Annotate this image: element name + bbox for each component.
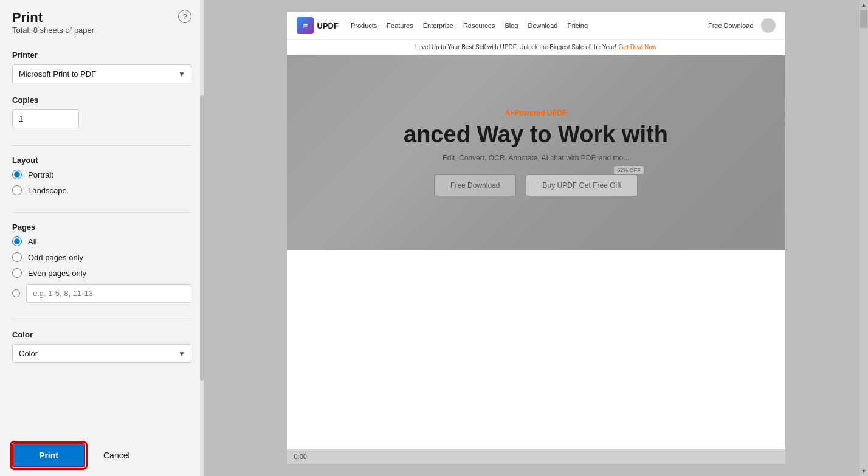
logo-icon: ≋ [297, 17, 314, 34]
pages-custom-radio[interactable] [12, 289, 20, 297]
divider-2 [12, 212, 191, 213]
hero-badge-prefix: AI-Powered [505, 109, 546, 117]
hero-section: AI-Powered UPDF anced Way to Work with E… [287, 55, 785, 250]
hero-free-download-btn[interactable]: Free Download [434, 174, 516, 196]
pages-custom-input[interactable] [26, 284, 191, 303]
hero-badge-highlight: UPDF [547, 109, 567, 117]
nav-bar: ≋ UPDF Products Features Enterprise Reso… [287, 12, 785, 40]
layout-label: Layout [12, 156, 191, 165]
pages-odd-item[interactable]: Odd pages only [12, 252, 191, 262]
nav-enterprise: Enterprise [423, 22, 453, 29]
panel-header: Print Total: 8 sheets of paper ? [12, 10, 191, 44]
hero-content: AI-Powered UPDF anced Way to Work with E… [379, 109, 692, 196]
page-footer-bar: 0:00 [287, 449, 785, 464]
pages-even-item[interactable]: Even pages only [12, 268, 191, 278]
layout-radio-group: Portrait Landscape [12, 170, 191, 195]
panel-subtitle: Total: 8 sheets of paper [12, 26, 94, 35]
scroll-down-arrow[interactable]: ▼ [859, 466, 868, 476]
hero-buy-btn[interactable]: Buy UPDF Get Free Gift [526, 174, 637, 196]
nav-logo: ≋ UPDF [297, 17, 339, 34]
page-lower-area [287, 250, 785, 464]
panel-footer: Print Cancel [0, 435, 204, 476]
printer-select[interactable]: Microsoft Print to PDFAdobe PDFXPS Docum… [12, 64, 191, 83]
layout-portrait-radio[interactable] [12, 170, 22, 179]
print-button[interactable]: Print [12, 443, 85, 467]
pages-even-radio[interactable] [12, 268, 22, 278]
copies-section: Copies [12, 93, 191, 128]
pages-all-item[interactable]: All [12, 236, 191, 246]
help-button[interactable]: ? [178, 10, 191, 23]
pages-all-label: All [28, 237, 36, 246]
scroll-track [859, 10, 868, 466]
copies-input[interactable] [12, 109, 79, 128]
hero-buttons: Free Download 62% OFF Buy UPDF Get Free … [404, 174, 668, 196]
cancel-button[interactable]: Cancel [91, 443, 142, 467]
footer-time: 0:00 [294, 453, 307, 460]
promo-text: Level Up to Your Best Self with UPDF. Un… [415, 44, 616, 50]
divider-1 [12, 145, 191, 146]
pages-odd-label: Odd pages only [28, 253, 83, 262]
nav-features: Features [387, 22, 413, 29]
pages-all-radio[interactable] [12, 236, 22, 246]
logo-text: UPDF [317, 21, 339, 30]
layout-portrait-label: Portrait [28, 170, 53, 179]
nav-pricing: Pricing [567, 22, 588, 29]
printer-select-wrapper: Microsoft Print to PDFAdobe PDFXPS Docum… [12, 64, 191, 83]
layout-landscape-item[interactable]: Landscape [12, 185, 191, 195]
color-select-wrapper: ColorBlack and white ▼ [12, 344, 191, 363]
layout-landscape-label: Landscape [28, 186, 67, 195]
panel-title: Print [12, 10, 94, 26]
promo-bar: Level Up to Your Best Self with UPDF. Un… [287, 40, 785, 55]
layout-portrait-item[interactable]: Portrait [12, 170, 191, 179]
divider-3 [12, 320, 191, 320]
pages-odd-radio[interactable] [12, 252, 22, 262]
color-label: Color [12, 330, 191, 339]
right-scrollbar[interactable]: ▲ ▼ [859, 0, 868, 476]
layout-section: Layout Portrait Landscape [12, 153, 191, 195]
hero-buy-wrapper: 62% OFF Buy UPDF Get Free Gift [526, 174, 637, 196]
copies-label: Copies [12, 95, 191, 105]
hero-subtitle: Edit, Convert, OCR, Annotate, AI chat wi… [404, 154, 668, 162]
logo-icon-text: ≋ [303, 22, 308, 29]
page-preview: ≋ UPDF Products Features Enterprise Reso… [287, 12, 785, 464]
content-area: ≋ UPDF Products Features Enterprise Reso… [204, 0, 868, 476]
pages-section: Pages All Odd pages only Even pages only [12, 220, 191, 303]
pages-label: Pages [12, 222, 191, 232]
promo-link: Get Deal Now [619, 44, 656, 50]
nav-free-download-label: Free Download [708, 22, 754, 29]
layout-landscape-radio[interactable] [12, 185, 22, 195]
nav-products: Products [351, 22, 377, 29]
scroll-up-arrow[interactable]: ▲ [859, 0, 868, 10]
print-panel: Print Total: 8 sheets of paper ? Printer… [0, 0, 204, 476]
hero-badge: AI-Powered UPDF [404, 109, 668, 117]
color-select[interactable]: ColorBlack and white [12, 344, 191, 363]
nav-right: Free Download [708, 18, 776, 33]
color-section: Color ColorBlack and white ▼ [12, 328, 191, 373]
pages-even-label: Even pages only [28, 269, 86, 278]
nav-blog: Blog [505, 22, 518, 29]
discount-badge: 62% OFF [614, 166, 644, 174]
hero-title: anced Way to Work with [404, 122, 668, 148]
pages-radio-group: All Odd pages only Even pages only [12, 236, 191, 303]
nav-resources: Resources [463, 22, 495, 29]
nav-avatar [761, 18, 776, 33]
pages-custom-row [12, 284, 191, 303]
scroll-thumb[interactable] [860, 10, 867, 28]
nav-items: Products Features Enterprise Resources B… [351, 22, 588, 29]
nav-download: Download [528, 22, 557, 29]
printer-label: Printer [12, 50, 191, 60]
